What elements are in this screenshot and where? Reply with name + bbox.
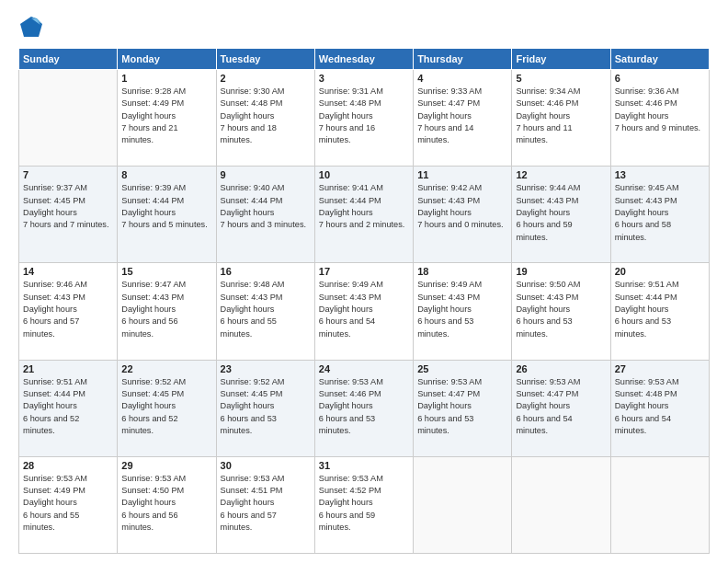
day-info: Sunrise: 9:49 AM Sunset: 4:43 PM Dayligh…	[417, 279, 507, 340]
day-cell: 4 Sunrise: 9:33 AM Sunset: 4:47 PM Dayli…	[414, 70, 512, 167]
day-number: 30	[221, 460, 311, 471]
day-number: 23	[221, 363, 311, 374]
day-info: Sunrise: 9:31 AM Sunset: 4:48 PM Dayligh…	[319, 86, 409, 147]
day-info: Sunrise: 9:40 AM Sunset: 4:44 PM Dayligh…	[221, 182, 311, 231]
weekday-monday: Monday	[118, 49, 216, 70]
day-cell: 5 Sunrise: 9:34 AM Sunset: 4:46 PM Dayli…	[512, 70, 610, 167]
day-number: 5	[516, 73, 606, 84]
day-info: Sunrise: 9:53 AM Sunset: 4:47 PM Dayligh…	[516, 376, 606, 438]
weekday-saturday: Saturday	[610, 49, 709, 70]
day-cell	[19, 70, 118, 167]
day-cell: 29 Sunrise: 9:53 AM Sunset: 4:50 PM Dayl…	[118, 456, 216, 553]
day-cell: 10 Sunrise: 9:41 AM Sunset: 4:44 PM Dayl…	[314, 167, 413, 263]
day-info: Sunrise: 9:50 AM Sunset: 4:43 PM Dayligh…	[516, 279, 606, 340]
day-cell: 16 Sunrise: 9:48 AM Sunset: 4:43 PM Dayl…	[216, 263, 314, 360]
day-info: Sunrise: 9:53 AM Sunset: 4:49 PM Dayligh…	[23, 473, 113, 534]
day-info: Sunrise: 9:51 AM Sunset: 4:44 PM Dayligh…	[23, 376, 113, 438]
day-number: 18	[417, 266, 507, 277]
day-number: 1	[121, 73, 211, 84]
day-number: 8	[121, 169, 211, 180]
day-info: Sunrise: 9:52 AM Sunset: 4:45 PM Dayligh…	[121, 376, 211, 438]
day-number: 10	[319, 169, 409, 180]
week-row-2: 7 Sunrise: 9:37 AM Sunset: 4:45 PM Dayli…	[19, 167, 710, 263]
day-cell: 24 Sunrise: 9:53 AM Sunset: 4:46 PM Dayl…	[314, 360, 413, 456]
day-number: 17	[319, 266, 409, 277]
header	[18, 15, 710, 40]
logo-icon	[18, 15, 44, 40]
day-number: 6	[615, 73, 705, 84]
day-info: Sunrise: 9:33 AM Sunset: 4:47 PM Dayligh…	[417, 86, 507, 147]
day-info: Sunrise: 9:44 AM Sunset: 4:43 PM Dayligh…	[516, 182, 606, 244]
day-number: 28	[23, 460, 113, 471]
weekday-wednesday: Wednesday	[314, 49, 413, 70]
day-info: Sunrise: 9:53 AM Sunset: 4:51 PM Dayligh…	[221, 473, 311, 534]
day-info: Sunrise: 9:53 AM Sunset: 4:48 PM Dayligh…	[615, 376, 705, 438]
day-info: Sunrise: 9:41 AM Sunset: 4:44 PM Dayligh…	[319, 182, 409, 231]
day-info: Sunrise: 9:53 AM Sunset: 4:52 PM Dayligh…	[319, 473, 409, 534]
day-number: 9	[221, 169, 311, 180]
week-row-5: 28 Sunrise: 9:53 AM Sunset: 4:49 PM Dayl…	[19, 456, 710, 553]
day-cell: 11 Sunrise: 9:42 AM Sunset: 4:43 PM Dayl…	[414, 167, 512, 263]
day-cell: 17 Sunrise: 9:49 AM Sunset: 4:43 PM Dayl…	[314, 263, 413, 360]
day-info: Sunrise: 9:45 AM Sunset: 4:43 PM Dayligh…	[615, 182, 705, 244]
day-number: 31	[319, 460, 409, 471]
day-cell: 13 Sunrise: 9:45 AM Sunset: 4:43 PM Dayl…	[610, 167, 709, 263]
day-info: Sunrise: 9:46 AM Sunset: 4:43 PM Dayligh…	[23, 279, 113, 340]
day-cell	[414, 456, 512, 553]
day-cell: 2 Sunrise: 9:30 AM Sunset: 4:48 PM Dayli…	[216, 70, 314, 167]
day-info: Sunrise: 9:39 AM Sunset: 4:44 PM Dayligh…	[121, 182, 211, 231]
week-row-1: 1 Sunrise: 9:28 AM Sunset: 4:49 PM Dayli…	[19, 70, 710, 167]
day-cell: 14 Sunrise: 9:46 AM Sunset: 4:43 PM Dayl…	[19, 263, 118, 360]
day-cell: 19 Sunrise: 9:50 AM Sunset: 4:43 PM Dayl…	[512, 263, 610, 360]
day-info: Sunrise: 9:53 AM Sunset: 4:47 PM Dayligh…	[417, 376, 507, 438]
day-cell: 23 Sunrise: 9:52 AM Sunset: 4:45 PM Dayl…	[216, 360, 314, 456]
day-info: Sunrise: 9:48 AM Sunset: 4:43 PM Dayligh…	[221, 279, 311, 340]
day-number: 11	[417, 169, 507, 180]
weekday-header-row: SundayMondayTuesdayWednesdayThursdayFrid…	[19, 49, 710, 70]
day-info: Sunrise: 9:36 AM Sunset: 4:46 PM Dayligh…	[615, 86, 705, 134]
day-number: 20	[615, 266, 705, 277]
day-cell: 18 Sunrise: 9:49 AM Sunset: 4:43 PM Dayl…	[414, 263, 512, 360]
weekday-tuesday: Tuesday	[216, 49, 314, 70]
week-row-4: 21 Sunrise: 9:51 AM Sunset: 4:44 PM Dayl…	[19, 360, 710, 456]
day-cell: 25 Sunrise: 9:53 AM Sunset: 4:47 PM Dayl…	[414, 360, 512, 456]
day-number: 13	[615, 169, 705, 180]
day-cell	[610, 456, 709, 553]
day-number: 14	[23, 266, 113, 277]
day-number: 2	[221, 73, 311, 84]
week-row-3: 14 Sunrise: 9:46 AM Sunset: 4:43 PM Dayl…	[19, 263, 710, 360]
day-info: Sunrise: 9:42 AM Sunset: 4:43 PM Dayligh…	[417, 182, 507, 231]
day-cell: 30 Sunrise: 9:53 AM Sunset: 4:51 PM Dayl…	[216, 456, 314, 553]
day-info: Sunrise: 9:53 AM Sunset: 4:46 PM Dayligh…	[319, 376, 409, 438]
day-info: Sunrise: 9:34 AM Sunset: 4:46 PM Dayligh…	[516, 86, 606, 147]
day-number: 24	[319, 363, 409, 374]
day-info: Sunrise: 9:37 AM Sunset: 4:45 PM Dayligh…	[23, 182, 113, 231]
day-number: 22	[121, 363, 211, 374]
day-cell: 12 Sunrise: 9:44 AM Sunset: 4:43 PM Dayl…	[512, 167, 610, 263]
day-cell: 1 Sunrise: 9:28 AM Sunset: 4:49 PM Dayli…	[118, 70, 216, 167]
day-cell: 7 Sunrise: 9:37 AM Sunset: 4:45 PM Dayli…	[19, 167, 118, 263]
day-info: Sunrise: 9:52 AM Sunset: 4:45 PM Dayligh…	[221, 376, 311, 438]
day-number: 29	[121, 460, 211, 471]
day-cell: 6 Sunrise: 9:36 AM Sunset: 4:46 PM Dayli…	[610, 70, 709, 167]
weekday-thursday: Thursday	[414, 49, 512, 70]
day-cell: 3 Sunrise: 9:31 AM Sunset: 4:48 PM Dayli…	[314, 70, 413, 167]
day-cell	[512, 456, 610, 553]
day-number: 15	[121, 266, 211, 277]
day-number: 26	[516, 363, 606, 374]
svg-marker-0	[20, 17, 42, 37]
weekday-sunday: Sunday	[19, 49, 118, 70]
day-number: 4	[417, 73, 507, 84]
day-info: Sunrise: 9:51 AM Sunset: 4:44 PM Dayligh…	[615, 279, 705, 340]
day-cell: 28 Sunrise: 9:53 AM Sunset: 4:49 PM Dayl…	[19, 456, 118, 553]
day-cell: 8 Sunrise: 9:39 AM Sunset: 4:44 PM Dayli…	[118, 167, 216, 263]
day-number: 21	[23, 363, 113, 374]
day-number: 7	[23, 169, 113, 180]
day-info: Sunrise: 9:53 AM Sunset: 4:50 PM Dayligh…	[121, 473, 211, 534]
day-cell: 15 Sunrise: 9:47 AM Sunset: 4:43 PM Dayl…	[118, 263, 216, 360]
day-cell: 21 Sunrise: 9:51 AM Sunset: 4:44 PM Dayl…	[19, 360, 118, 456]
day-info: Sunrise: 9:30 AM Sunset: 4:48 PM Dayligh…	[221, 86, 311, 147]
page: SundayMondayTuesdayWednesdayThursdayFrid…	[0, 0, 728, 563]
day-number: 27	[615, 363, 705, 374]
day-number: 3	[319, 73, 409, 84]
